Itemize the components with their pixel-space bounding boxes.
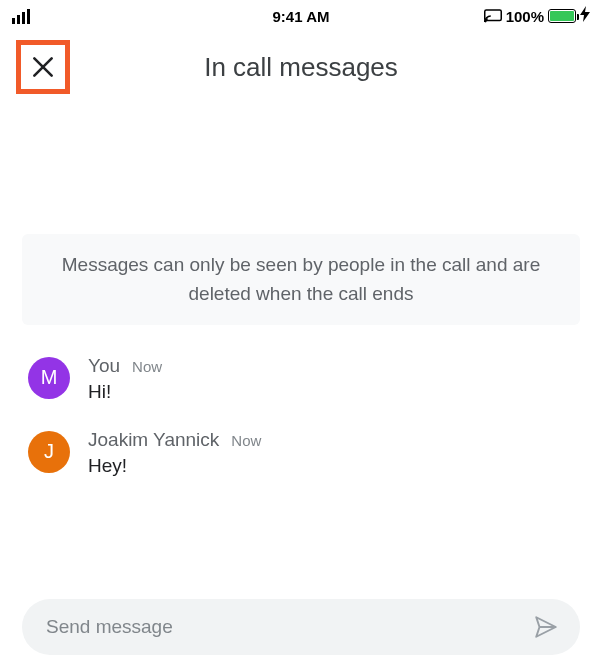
sender-name: Joakim Yannick bbox=[88, 429, 219, 451]
message-time: Now bbox=[132, 358, 162, 375]
avatar: M bbox=[28, 357, 70, 399]
cast-icon bbox=[484, 9, 502, 23]
avatar: J bbox=[28, 431, 70, 473]
message-body: Joakim Yannick Now Hey! bbox=[88, 429, 574, 477]
message-body: You Now Hi! bbox=[88, 355, 574, 403]
signal-icon bbox=[12, 9, 30, 24]
status-bar: 9:41 AM 100% bbox=[0, 0, 602, 26]
message-list: M You Now Hi! J Joakim Yannick Now Hey! bbox=[0, 355, 602, 477]
send-button[interactable] bbox=[528, 609, 564, 645]
page-title: In call messages bbox=[16, 52, 586, 83]
sender-name: You bbox=[88, 355, 120, 377]
message-text: Hey! bbox=[88, 455, 574, 477]
message-text: Hi! bbox=[88, 381, 574, 403]
composer bbox=[22, 599, 580, 655]
charging-icon bbox=[580, 6, 590, 26]
svg-point-1 bbox=[484, 20, 486, 22]
message-input[interactable] bbox=[46, 616, 528, 638]
header: In call messages bbox=[0, 26, 602, 134]
message-item: J Joakim Yannick Now Hey! bbox=[28, 429, 574, 477]
status-right: 100% bbox=[484, 6, 590, 26]
send-icon bbox=[533, 614, 559, 640]
info-banner: Messages can only be seen by people in t… bbox=[22, 234, 580, 325]
message-item: M You Now Hi! bbox=[28, 355, 574, 403]
status-left bbox=[12, 9, 30, 24]
battery-percent: 100% bbox=[506, 8, 544, 25]
battery-icon bbox=[548, 9, 576, 23]
message-time: Now bbox=[231, 432, 261, 449]
